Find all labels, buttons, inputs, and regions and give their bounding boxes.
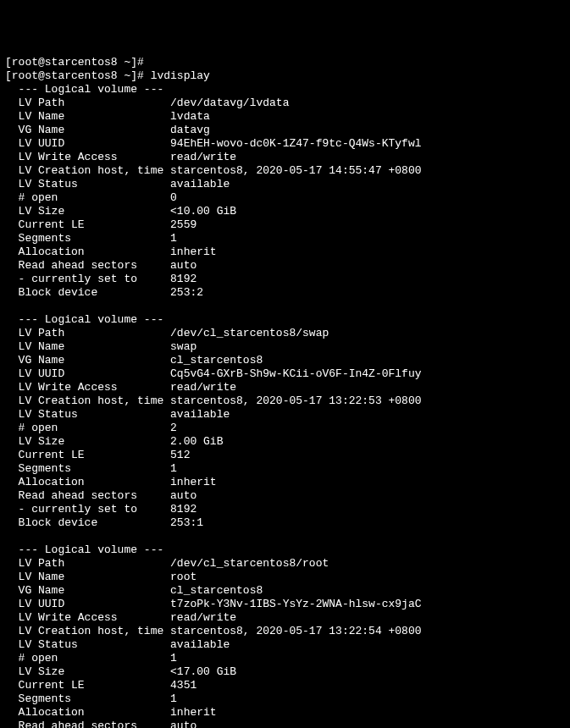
lv-write-access-label: LV Write Access [5,151,170,163]
lv-creation-value: starcentos8, 2020-05-17 13:22:53 +0800 [170,394,421,407]
lv-uuid-label: LV UUID [5,367,170,380]
lv-path-label: LV Path [5,327,170,339]
segments-row: Segments 1 [5,462,565,476]
block-device-value: 253:1 [170,516,203,529]
lv-write-access-value: read/write [170,151,236,163]
current-le-row: Current LE 2559 [5,218,565,232]
allocation-row: Allocation inherit [5,245,565,259]
currently-set-label: - currently set to [5,273,170,285]
lv-write-access-label: LV Write Access [5,611,170,624]
currently-set-row: - currently set to 8192 [5,503,565,516]
read-ahead-value: auto [170,720,196,728]
allocation-row: Allocation inherit [5,706,565,720]
lv-size-value: <17.00 GiB [170,665,236,678]
lv-path-value: /dev/cl_starcentos8/root [170,557,329,570]
command-text: lvdisplay [151,69,210,82]
current-le-row: Current LE 4351 [5,679,565,692]
lv-path-label: LV Path [5,97,170,109]
current-le-label: Current LE [5,449,170,461]
segments-value: 1 [170,462,177,475]
lv-creation-label: LV Creation host, time [5,394,170,407]
lv-path-row: LV Path /dev/cl_starcentos8/swap [5,327,565,340]
current-le-value: 512 [170,449,190,461]
current-le-row: Current LE 512 [5,449,565,462]
segments-value: 1 [170,232,177,245]
current-le-value: 4351 [170,679,196,692]
lv-size-label: LV Size [5,435,170,448]
currently-set-value: 8192 [170,273,196,285]
lv-name-label: LV Name [5,110,170,123]
prev-prompt: [root@starcentos8 ~]# [5,56,144,69]
lv-open-label: # open [5,191,170,204]
lv-section-header: --- Logical volume --- [5,83,163,96]
lv-open-value: 0 [170,191,177,204]
block-device-value: 253:2 [170,286,203,299]
lv-size-value: 2.00 GiB [170,435,223,448]
lv-open-label: # open [5,652,170,665]
lv-uuid-value: 94EhEH-wovo-dc0K-1Z47-f9tc-Q4Ws-KTyfwl [170,137,421,150]
lv-name-row: LV Name swap [5,340,565,354]
segments-row: Segments 1 [5,232,565,245]
lv-path-value: /dev/cl_starcentos8/swap [170,327,329,339]
lv-size-label: LV Size [5,665,170,678]
lv-creation-label: LV Creation host, time [5,164,170,177]
lv-size-row: LV Size <10.00 GiB [5,205,565,218]
lv-name-value: swap [170,340,196,353]
read-ahead-value: auto [170,259,196,272]
currently-set-row: - currently set to 8192 [5,273,565,286]
block-device-row: Block device 253:1 [5,516,565,530]
read-ahead-row: Read ahead sectors auto [5,259,565,273]
lv-status-value: available [170,408,230,421]
blank-0 [5,300,565,313]
allocation-row: Allocation inherit [5,476,565,489]
lv-name-row: LV Name root [5,571,565,584]
lv-uuid-row: LV UUID 94EhEH-wovo-dc0K-1Z47-f9tc-Q4Ws-… [5,137,565,151]
blank-line [5,300,12,312]
lv-name-value: lvdata [170,110,210,123]
lv-open-row: # open 2 [5,422,565,435]
blank-1 [5,530,565,543]
lv-status-value: available [170,638,230,651]
read-ahead-row: Read ahead sectors auto [5,720,565,728]
lv-uuid-value: t7zoPk-Y3Nv-1IBS-YsYz-2WNA-hlsw-cx9jaC [170,598,421,610]
lv-size-label: LV Size [5,205,170,218]
vg-name-label: VG Name [5,584,170,597]
block-device-label: Block device [5,516,170,529]
lv-name-label: LV Name [5,340,170,353]
lv-creation-value: starcentos8, 2020-05-17 14:55:47 +0800 [170,164,421,177]
lv-write-access-row: LV Write Access read/write [5,381,565,394]
read-ahead-value: auto [170,489,196,502]
vg-name-label: VG Name [5,124,170,136]
command-line[interactable]: [root@starcentos8 ~]# lvdisplay [5,69,565,83]
lv-status-label: LV Status [5,638,170,651]
lv-name-row: LV Name lvdata [5,110,565,124]
lv-write-access-row: LV Write Access read/write [5,611,565,625]
read-ahead-label: Read ahead sectors [5,489,170,502]
currently-set-value: 8192 [170,503,196,516]
lv-creation-row: LV Creation host, time starcentos8, 2020… [5,394,565,408]
vg-name-row: VG Name cl_starcentos8 [5,354,565,367]
lv-write-access-label: LV Write Access [5,381,170,394]
lv-creation-row: LV Creation host, time starcentos8, 2020… [5,625,565,638]
lv-section-header: --- Logical volume --- [5,543,163,556]
lv-name-label: LV Name [5,571,170,583]
read-ahead-row: Read ahead sectors auto [5,489,565,503]
lv-path-row: LV Path /dev/cl_starcentos8/root [5,557,565,571]
lv-status-row: LV Status available [5,178,565,191]
shell-prompt: [root@starcentos8 ~]# [5,69,151,82]
section-header-0: --- Logical volume --- [5,83,565,97]
lv-size-row: LV Size <17.00 GiB [5,665,565,679]
segments-label: Segments [5,232,170,245]
lv-status-row: LV Status available [5,638,565,652]
lv-write-access-row: LV Write Access read/write [5,151,565,164]
lv-size-value: <10.00 GiB [170,205,236,218]
segments-label: Segments [5,462,170,475]
block-device-row: Block device 253:2 [5,286,565,300]
vg-name-label: VG Name [5,354,170,367]
prev-prompt-line: [root@starcentos8 ~]# [5,56,565,69]
read-ahead-label: Read ahead sectors [5,259,170,272]
current-le-value: 2559 [170,218,196,231]
lv-status-label: LV Status [5,408,170,421]
blank-line [5,530,12,543]
allocation-label: Allocation [5,706,170,719]
